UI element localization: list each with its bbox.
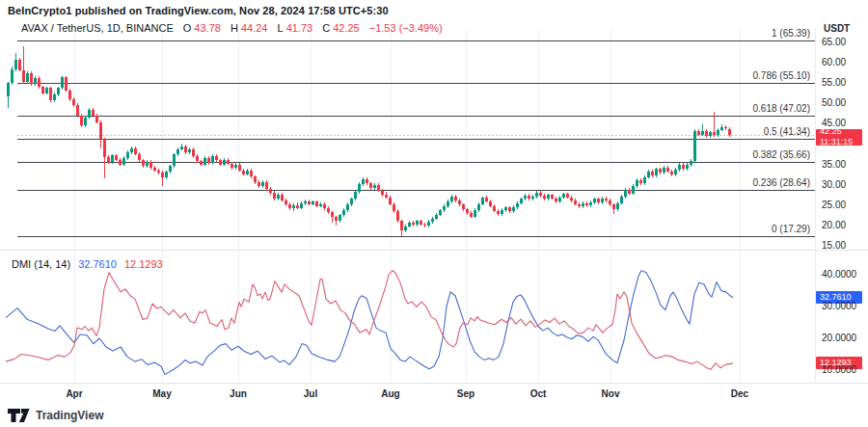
candle-body (161, 173, 164, 177)
price-axis-tick: 15.00 (822, 240, 846, 252)
dmi-title: DMI (14, 14) (12, 258, 70, 270)
candle-body (215, 156, 218, 160)
candle-body (531, 197, 534, 200)
candle-body (250, 171, 253, 177)
candle-body (404, 227, 407, 230)
dmi-axis-tick: 10.0000 (822, 364, 856, 376)
candle-body (11, 69, 14, 83)
candle-body (38, 78, 41, 87)
candle-body (369, 183, 372, 188)
candle-body (339, 215, 341, 220)
candle-body (335, 217, 338, 220)
candle-body (636, 180, 638, 186)
candle-body (485, 198, 488, 200)
open-label: O (183, 22, 192, 34)
candle-body (68, 91, 71, 99)
symbol-info-bar[interactable]: AVAX / TetherUS, 1D, BINANCE O43.78 H44.… (21, 22, 446, 34)
candle-body (200, 161, 203, 164)
time-axis-month-label: Aug (371, 388, 410, 399)
dmi-axis-tick: 20.0000 (822, 333, 856, 344)
candle-body (354, 192, 357, 199)
candle-body (261, 182, 264, 186)
candle-body (203, 158, 206, 165)
high-value: 44.24 (241, 22, 268, 34)
candle-body (620, 197, 623, 203)
candle-body (92, 110, 95, 116)
candle-body (666, 168, 669, 172)
candle-body (709, 132, 712, 136)
candle-body (18, 60, 21, 70)
candle-body (157, 171, 160, 173)
dmi-plus-value: 32.7610 (78, 258, 117, 270)
candle-body (107, 157, 110, 162)
time-axis-month-label: Dec (720, 388, 759, 399)
candle-body (373, 185, 376, 188)
candle-body (508, 207, 511, 211)
fib-level-label: 0.236 (28.64) (753, 177, 811, 189)
candle-body (219, 160, 222, 164)
candle-body (53, 94, 56, 100)
candle-body (242, 171, 245, 174)
candle-body (146, 162, 149, 166)
dmi-line-di_minus (6, 271, 733, 370)
candle-body (231, 164, 233, 168)
candle-body (528, 196, 530, 199)
dmi-axis-tick: 40.0000 (822, 269, 856, 280)
candle-body (126, 152, 129, 158)
candle-body (524, 196, 527, 199)
candle-body (597, 199, 600, 201)
candle-body (593, 199, 596, 201)
candle-body (697, 131, 700, 135)
time-axis-month-label: Oct (519, 388, 557, 399)
candle-body (535, 193, 538, 197)
candle-body (701, 131, 704, 135)
dmi-legend[interactable]: DMI (14, 14)32.761012.1293 (12, 258, 171, 270)
candle-body (585, 203, 588, 206)
dmi-line-di_plus (6, 271, 733, 375)
candle-body (188, 149, 191, 152)
chart-canvas[interactable] (0, 0, 868, 427)
candle-body (474, 210, 476, 217)
candle-body (76, 105, 79, 116)
price-axis-tick: 30.00 (822, 179, 846, 191)
candle-body (489, 201, 492, 206)
time-axis-month-label: Apr (55, 388, 94, 399)
candle-body (396, 211, 399, 221)
candle-body (543, 196, 546, 199)
candle-body (497, 211, 500, 214)
candle-body (389, 198, 392, 204)
dmi-minus-value: 12.1293 (124, 258, 163, 270)
candle-body (265, 182, 268, 189)
candle-body (184, 147, 187, 152)
price-axis-tick: 60.00 (822, 57, 846, 68)
candle-body (674, 170, 677, 174)
candle-body (439, 210, 442, 214)
price-axis-tick: 35.00 (822, 159, 846, 171)
candle-body (234, 165, 237, 168)
candle-body (281, 195, 284, 200)
candle-body (589, 202, 592, 205)
candle-body (362, 179, 365, 184)
low-value: 41.73 (286, 22, 313, 34)
candle-body (312, 201, 314, 203)
candle-body (539, 193, 542, 196)
currency-label: USDT (824, 23, 850, 34)
candle-body (570, 198, 573, 200)
tradingview-footer[interactable]: TradingView (8, 409, 103, 422)
candle-body (454, 197, 457, 200)
candle-body (435, 215, 438, 219)
candle-body (705, 131, 708, 136)
candle-body (72, 99, 75, 105)
candle-body (223, 160, 226, 165)
candle-body (308, 201, 311, 204)
candle-body (466, 209, 469, 212)
candle-body (477, 204, 480, 210)
candle-body (41, 87, 44, 93)
price-axis-tick: 50.00 (822, 97, 846, 109)
candle-body (520, 199, 523, 202)
candle-body (49, 88, 52, 100)
close-value: 42.25 (333, 22, 360, 34)
last-price-badge: 42.25 11:31:15 (816, 129, 862, 146)
candle-body (693, 131, 696, 161)
fib-level-label: 0 (17.29) (772, 224, 810, 235)
